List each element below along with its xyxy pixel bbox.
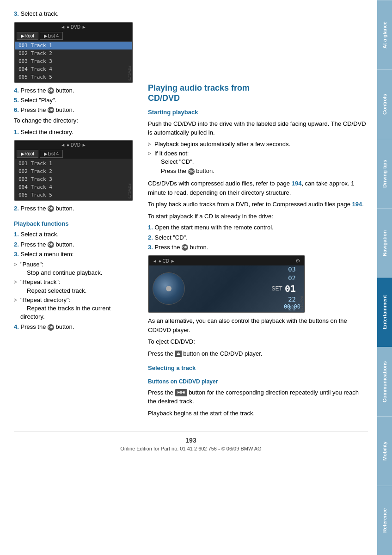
cd-header-text: ◄ ● CD ►: [153, 259, 175, 264]
bullet2: If it does not: Select "CD". Press the O…: [148, 149, 368, 176]
ok-icon-cd3: OK: [182, 244, 188, 251]
main-content: 3. Select a track. ◄ ● DVD ► ▶Root ▶List…: [0, 0, 377, 461]
link-194-2[interactable]: 194: [352, 201, 362, 208]
dvd-screen-1: ◄ ● DVD ► ▶Root ▶List 4 001 Track 1 002 …: [14, 22, 133, 83]
step-2-ok: 2. Press the OK button.: [14, 204, 129, 213]
track-item-003-1[interactable]: 003 Track 3: [15, 57, 132, 65]
dvd-list-tab-1[interactable]: ▶List 4: [40, 32, 63, 40]
cd-screen: ◄ ● CD ► ⚙ 03 02 SET 01 22 21 00:00 PGW0…: [148, 255, 305, 313]
link-194-1[interactable]: 194: [292, 180, 302, 187]
sidebar-item-navigation[interactable]: Navigation: [377, 208, 392, 278]
buttons-cd-dvd-heading: Buttons on CD/DVD player: [148, 377, 368, 386]
ok-icon-step4b: OK: [48, 324, 54, 331]
sidebar-item-driving-tips[interactable]: Driving tips: [377, 139, 392, 208]
sidebar-item-controls[interactable]: Controls: [377, 69, 392, 139]
ok-icon-cd: OK: [188, 168, 195, 175]
cd-num-03: 03: [288, 265, 296, 273]
track-item-005-2[interactable]: 005 Track 5: [15, 191, 132, 199]
left-column: 3. Select a track. ◄ ● DVD ► ▶Root ▶List…: [14, 9, 139, 333]
dvd-header-text-2: ◄ ● DVD ►: [61, 142, 86, 148]
cd-step-1: 1. Open the start menu with the remote c…: [148, 223, 368, 232]
cd-num-02: 02: [288, 274, 296, 282]
track-item-003-2[interactable]: 003 Track 3: [15, 175, 132, 183]
cd-set-label: SET: [272, 285, 282, 292]
ok-icon-step6: OK: [48, 107, 54, 113]
ok-icon-step4: OK: [48, 87, 54, 94]
dvd-root-tab-1[interactable]: ▶Root: [17, 32, 38, 40]
pb-step-2: 2. Press the OK button.: [14, 240, 129, 249]
ok-icon-step2: OK: [48, 205, 54, 212]
cd-settings-icon: ⚙: [295, 258, 300, 264]
playback-steps: 1. Select a track. 2. Press the OK butto…: [14, 230, 129, 259]
cd-active-num: 01: [285, 283, 296, 294]
selecting-track-heading: Selecting a track: [148, 364, 368, 373]
playback-functions-heading: Playback functions: [14, 219, 129, 228]
step-5: 5. Select "Play".: [14, 96, 129, 105]
change-dir-step-1: 1. Select the directory.: [14, 128, 129, 136]
sidebar-tabs: At a glance Controls Driving tips Naviga…: [377, 0, 392, 555]
right-column: Playing audio tracks fromCD/DVD Starting…: [148, 83, 368, 418]
para4: To start playback if a CD is already in …: [148, 212, 368, 221]
track-item-001-1[interactable]: 001 Track 1: [15, 42, 132, 49]
playback-start: Playback begins at the start of the trac…: [148, 409, 368, 418]
pause-item: "Pause": Stop and continue playback.: [14, 260, 129, 277]
track-item-001-2[interactable]: 001 Track 1: [15, 160, 132, 167]
sidebar-item-communications[interactable]: Communications: [377, 347, 392, 416]
dvd-root-tab-2[interactable]: ▶Root: [17, 150, 38, 158]
change-dir-label: To change the directory:: [14, 116, 129, 125]
steps-start-cd: 1. Open the start menu with the remote c…: [148, 223, 368, 252]
repeat-track-item: "Repeat track": Repeat selected track.: [14, 278, 129, 295]
cd-screen-header: ◄ ● CD ► ⚙: [149, 256, 304, 265]
dvd-screen-header-2: ◄ ● DVD ►: [15, 141, 132, 149]
track-list-1: 001 Track 1 002 Track 2 003 Track 3 004 …: [15, 41, 132, 82]
track-item-004-1[interactable]: 004 Track 4: [15, 65, 132, 73]
cd-watermark: PGW0170: [300, 296, 303, 311]
cd-time: 00:00: [284, 303, 300, 310]
dvd-screen-header-1: ◄ ● DVD ►: [15, 23, 132, 31]
track-list-2: 001 Track 1 002 Track 2 003 Track 3 004 …: [15, 159, 132, 200]
step-4-ok: 4. Press the OK button.: [14, 323, 129, 331]
cd-set-area: SET 01: [272, 283, 296, 294]
track-item-005-1[interactable]: 005 Track 5: [15, 73, 132, 81]
sidebar-item-entertainment[interactable]: Entertainment: [377, 278, 392, 347]
step-4: 4. Press the OK button.: [14, 86, 129, 95]
change-dir-step: 1. Select the directory.: [14, 128, 129, 136]
para1: Push the CD/DVD into the drive with the …: [148, 119, 368, 137]
fwd-back-icon: ⏮⏭: [175, 389, 187, 396]
sidebar-item-at-a-glance[interactable]: At a glance: [377, 0, 392, 69]
step3-label: 3. Select a track.: [14, 9, 129, 18]
track-item-002-1[interactable]: 002 Track 2: [15, 49, 132, 57]
press-fwd-desc: Press the ⏮⏭ button for the correspondin…: [148, 388, 368, 406]
dvd-screen-2: ◄ ● DVD ► ▶Root ▶List 4 001 Track 1 002 …: [14, 140, 133, 201]
bullet1: Playback begins automatically after a fe…: [148, 140, 368, 148]
para5: As an alternative, you can also control …: [148, 316, 368, 334]
ok-icon-pb2: OK: [48, 241, 54, 248]
starting-playback-heading: Starting playback: [148, 108, 368, 117]
screen-watermark-1: PGW0170: [128, 66, 131, 80]
sidebar-item-mobility[interactable]: Mobility: [377, 416, 392, 486]
page-number: 193: [14, 437, 368, 444]
screen-watermark-2: PGW0170: [128, 184, 131, 198]
step-2-press: 2. Press the OK button.: [14, 204, 129, 213]
dvd-tabs-2: ▶Root ▶List 4: [15, 149, 132, 159]
pb-step-1: 1. Select a track.: [14, 230, 129, 239]
page-footer: 193 Online Edition for Part no. 01 41 2 …: [14, 432, 368, 451]
step-4-final: 4. Press the OK button.: [14, 323, 129, 331]
para2: CDs/DVDs with compressed audio files, re…: [148, 179, 368, 197]
cd-disc-visual: [153, 272, 185, 305]
track-item-004-2[interactable]: 004 Track 4: [15, 183, 132, 191]
dvd-list-tab-2[interactable]: ▶List 4: [40, 150, 63, 158]
cd-step-2: 2. Select "CD".: [148, 234, 368, 242]
track-item-002-2[interactable]: 002 Track 2: [15, 167, 132, 175]
select-cd: Select "CD".: [154, 158, 368, 166]
press-ok-cd: Press the OK button.: [154, 167, 368, 175]
para3: To play back audio tracks from a DVD, re…: [148, 200, 368, 209]
dvd-tabs-1: ▶Root ▶List 4: [15, 31, 132, 41]
steps-4-6: 4. Press the OK button. 5. Select "Play"…: [14, 86, 129, 115]
cd-step-3: 3. Press the OK button.: [148, 243, 368, 252]
repeat-dir-item: "Repeat directory": Repeat the tracks in…: [14, 296, 129, 321]
sidebar-item-reference[interactable]: Reference: [377, 486, 392, 555]
cd-num-22: 22: [288, 296, 296, 303]
dvd-header-text-1: ◄ ● DVD ►: [61, 25, 86, 30]
copyright-text: Online Edition for Part no. 01 41 2 602 …: [14, 446, 368, 451]
